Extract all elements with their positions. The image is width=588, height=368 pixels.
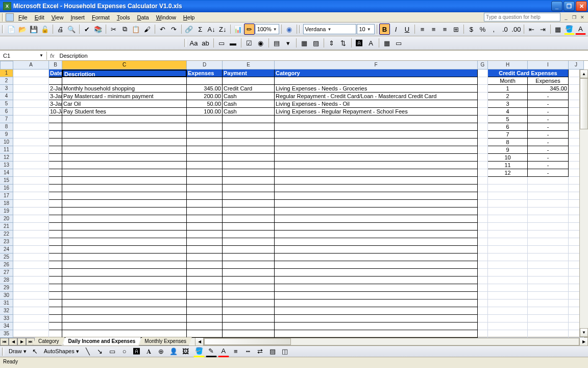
cell[interactable] [187,323,223,330]
scroll-left-icon[interactable]: ◀ [195,337,204,346]
menu-edit[interactable]: Edit [31,13,48,21]
cell[interactable] [62,77,187,85]
cell[interactable] [62,284,187,292]
col-header-J[interactable]: J [569,61,584,70]
cell[interactable] [275,284,478,292]
cell[interactable] [478,208,488,215]
redo-icon[interactable]: ↷ [168,24,179,35]
run-dialog-icon[interactable]: ▭ [393,37,404,49]
row-header[interactable]: 10 [0,139,13,146]
spinner-icon[interactable]: ⇅ [338,37,349,49]
cell[interactable] [187,177,223,185]
cell[interactable] [223,292,275,300]
cell[interactable] [488,185,528,192]
row-header[interactable]: 22 [0,231,13,238]
cell[interactable] [528,231,569,238]
cell[interactable] [275,223,478,231]
cell[interactable] [478,330,488,338]
fill-color-icon[interactable]: 🪣 [193,346,205,357]
cell[interactable] [187,300,223,307]
cell[interactable] [478,177,488,185]
currency-icon[interactable]: $ [466,24,477,35]
col-header-A[interactable]: A [13,61,49,70]
picture-icon[interactable]: 🖼 [180,346,191,357]
tab-first-icon[interactable]: ⏮ [0,338,9,346]
menu-help[interactable]: Help [180,13,199,21]
drawing-toggle-icon[interactable]: ✏ [244,24,255,35]
scroll-thumb[interactable] [204,338,291,345]
cell[interactable] [478,108,488,116]
cell[interactable] [187,269,223,277]
arrow-icon[interactable]: ↘ [94,346,106,357]
cell[interactable] [62,300,187,307]
fill-color-icon[interactable]: 🪣 [564,24,575,35]
sheet-tab[interactable]: Category [33,337,65,346]
cell[interactable] [223,238,275,246]
draw-menu[interactable]: Draw ▾ [7,348,29,355]
cell[interactable] [488,208,528,215]
cell[interactable]: - [528,116,569,123]
row-header[interactable]: 20 [0,215,13,223]
cell[interactable] [187,162,223,169]
font-name-combo[interactable]: Verdana▼ [303,24,357,34]
row-header[interactable]: 3 [0,85,13,93]
col-header-E[interactable]: E [223,61,275,70]
menu-data[interactable]: Data [133,13,152,21]
cell[interactable] [275,154,478,162]
cell[interactable] [223,269,275,277]
cell[interactable] [49,192,62,200]
cell[interactable] [478,223,488,231]
cell[interactable] [223,231,275,238]
row-header[interactable]: 13 [0,162,13,169]
cell[interactable] [223,261,275,269]
checkbox-icon[interactable]: ☑ [243,37,255,49]
cell[interactable] [13,77,49,85]
cell[interactable] [62,323,187,330]
cell[interactable]: Category [275,70,478,77]
cell[interactable] [275,131,478,139]
cell[interactable] [62,192,187,200]
cell[interactable] [275,292,478,300]
cell[interactable]: 2-Jan-09 [49,85,62,93]
row-header[interactable]: 11 [0,146,13,154]
cell[interactable] [275,123,478,131]
code-icon[interactable]: A [365,37,377,49]
paste-icon[interactable]: 📋 [131,24,141,35]
align-left-icon[interactable]: ≡ [417,24,428,35]
formula-input[interactable]: Description [58,52,588,60]
workbook-icon[interactable] [6,13,14,21]
cell[interactable] [13,139,49,146]
percent-icon[interactable]: % [477,24,488,35]
hyperlink-icon[interactable]: 🔗 [184,24,194,35]
cell[interactable] [49,215,62,223]
sheet-tab[interactable]: Daily Income and Expenses [63,337,141,346]
cell[interactable] [478,162,488,169]
spelling-icon[interactable]: ✔ [82,24,92,35]
cell[interactable] [528,277,569,284]
cell[interactable] [187,146,223,154]
cell[interactable] [187,277,223,284]
cell[interactable] [62,231,187,238]
cell[interactable]: Date [49,70,62,77]
cell[interactable] [13,269,49,277]
cell[interactable] [13,238,49,246]
cell[interactable]: Monthly household shopping [62,85,187,93]
cell[interactable]: - [528,93,569,100]
cell[interactable] [62,269,187,277]
cell[interactable] [223,307,275,315]
row-header[interactable]: 24 [0,246,13,254]
cell[interactable] [62,261,187,269]
font-size-combo[interactable]: 10▼ [357,24,375,34]
list-box-icon[interactable]: ▤ [271,37,282,49]
cell[interactable] [223,139,275,146]
cell[interactable] [187,238,223,246]
cell[interactable] [49,261,62,269]
cell[interactable] [275,300,478,307]
vertical-scrollbar[interactable]: ▲ ▼ [579,70,588,337]
cell[interactable] [62,223,187,231]
cell[interactable] [275,254,478,261]
cell[interactable] [528,200,569,208]
menu-insert[interactable]: Insert [67,13,88,21]
new-icon[interactable]: 📄 [6,24,17,35]
row-header[interactable]: 17 [0,192,13,200]
